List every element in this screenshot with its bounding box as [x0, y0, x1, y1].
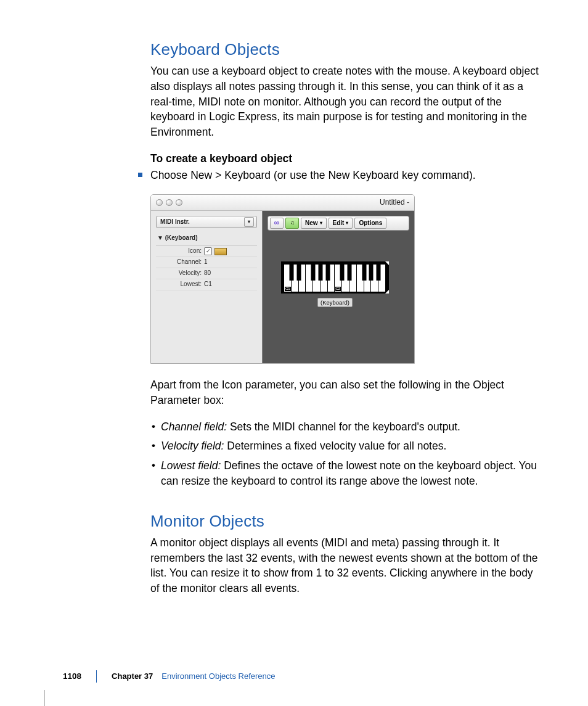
param-label-icon: Icon:	[156, 247, 204, 255]
inspector-sidebar: MIDI Instr. ▾ ▼ (Keyboard) Icon: ✓	[151, 211, 262, 364]
parameter-bullet-list: • Channel field: Sets the MIDI channel f…	[150, 419, 542, 489]
bullet-item-velocity: • Velocity field: Determines a fixed vel…	[150, 438, 542, 454]
chevron-down-icon: ▾	[320, 220, 322, 226]
bullet-icon: •	[152, 438, 155, 453]
page-footer: 1108 Chapter 37 Environment Objects Refe…	[63, 670, 276, 683]
param-value-icon[interactable]: ✓	[204, 247, 257, 255]
object-header[interactable]: ▼ (Keyboard)	[156, 232, 257, 244]
param-value-channel[interactable]: 1	[204, 258, 257, 266]
resize-handle-icon[interactable]	[385, 261, 389, 265]
param-value-lowest[interactable]: C1	[204, 280, 257, 289]
param-label-velocity: Velocity:	[156, 269, 204, 277]
chevron-down-icon: ▾	[346, 220, 348, 226]
bullet-desc: Sets the MIDI channel for the keyboard's…	[227, 421, 460, 433]
canvas-toolbar: ∞ ♫ New▾ Edit▾ Options	[267, 216, 409, 231]
param-row-icon: Icon: ✓	[156, 246, 257, 257]
keyboard-frame[interactable]: C1 C2	[281, 261, 389, 293]
options-menu[interactable]: Options	[354, 218, 386, 229]
new-menu[interactable]: New▾	[301, 218, 327, 229]
bullet-desc: Determines a fixed velocity value for al…	[224, 440, 446, 452]
window-body: MIDI Instr. ▾ ▼ (Keyboard) Icon: ✓	[151, 211, 414, 364]
edit-label: Edit	[333, 219, 345, 228]
midi-instrument-selector[interactable]: MIDI Instr. ▾	[156, 216, 257, 228]
resize-handle-icon[interactable]	[385, 290, 389, 293]
bullet-term: Lowest field:	[161, 459, 221, 472]
step-line: Choose New > Keyboard (or use the New Ke…	[150, 168, 542, 183]
footer-separator-icon	[96, 670, 97, 683]
bullet-icon: •	[152, 458, 155, 473]
section-heading-monitor: Monitor Objects	[150, 510, 542, 533]
octave-label-c2: C2	[335, 287, 341, 291]
new-label: New	[305, 219, 318, 228]
section-heading-keyboard: Keyboard Objects	[150, 38, 542, 61]
chapter-title: Environment Objects Reference	[161, 671, 275, 682]
param-row-channel: Channel: 1	[156, 257, 257, 268]
bullet-icon: •	[152, 419, 155, 434]
window-title: Untitled -	[380, 197, 409, 208]
midi-out-button[interactable]: ♫	[285, 218, 299, 229]
param-label-lowest: Lowest:	[156, 280, 204, 289]
midi-out-icon: ♫	[290, 219, 295, 227]
after-figure-text: Apart from the Icon parameter, you can a…	[150, 377, 542, 408]
task-title: To create a keyboard object	[150, 151, 542, 166]
keyboard-mini-icon[interactable]	[214, 248, 227, 255]
traffic-lights[interactable]	[156, 199, 182, 206]
chapter-label: Chapter 37	[112, 671, 153, 682]
page-number: 1108	[63, 670, 81, 682]
icon-checkbox[interactable]: ✓	[204, 247, 212, 255]
param-label-channel: Channel:	[156, 258, 204, 266]
bullet-item-channel: • Channel field: Sets the MIDI channel f…	[150, 419, 542, 435]
keyboard-intro: You can use a keyboard object to create …	[150, 64, 542, 140]
bullet-term: Channel field:	[161, 421, 227, 433]
bullet-term: Velocity field:	[161, 440, 224, 452]
margin-rule-icon	[44, 690, 45, 706]
param-row-lowest: Lowest: C1	[156, 279, 257, 290]
step-text: Choose New > Keyboard (or use the New Ke…	[150, 169, 476, 181]
param-row-velocity: Velocity: 80	[156, 268, 257, 279]
keyboard-keys[interactable]: C1 C2	[284, 265, 386, 292]
octave-label-c1: C1	[285, 287, 291, 291]
screenshot-figure: Untitled - MIDI Instr. ▾ ▼ (Keyboard) Ic…	[150, 194, 415, 364]
keyboard-caption[interactable]: (Keyboard)	[317, 298, 353, 307]
param-value-velocity[interactable]: 80	[204, 269, 257, 277]
bullet-item-lowest: • Lowest field: Defines the octave of th…	[150, 458, 542, 489]
app-window: Untitled - MIDI Instr. ▾ ▼ (Keyboard) Ic…	[150, 194, 415, 364]
minimize-icon[interactable]	[166, 199, 173, 206]
midi-instr-label: MIDI Instr.	[160, 218, 190, 226]
step-bullet-icon	[138, 173, 142, 177]
page-content: Keyboard Objects You can use a keyboard …	[150, 38, 542, 607]
dropdown-icon[interactable]: ▾	[244, 217, 254, 227]
options-label: Options	[359, 219, 382, 228]
link-icon: ∞	[274, 218, 280, 228]
keyboard-object[interactable]: C1 C2 (Keyboard)	[281, 261, 389, 309]
zoom-icon[interactable]	[176, 199, 182, 206]
environment-canvas[interactable]: ∞ ♫ New▾ Edit▾ Options	[262, 211, 414, 364]
parameter-box: Icon: ✓ Channel: 1 Velocity:	[156, 245, 257, 290]
link-button[interactable]: ∞	[270, 218, 284, 229]
monitor-body: A monitor object displays all events (MI…	[150, 535, 542, 596]
window-titlebar: Untitled -	[151, 195, 414, 211]
close-icon[interactable]	[156, 199, 163, 206]
edit-menu[interactable]: Edit▾	[329, 218, 353, 229]
